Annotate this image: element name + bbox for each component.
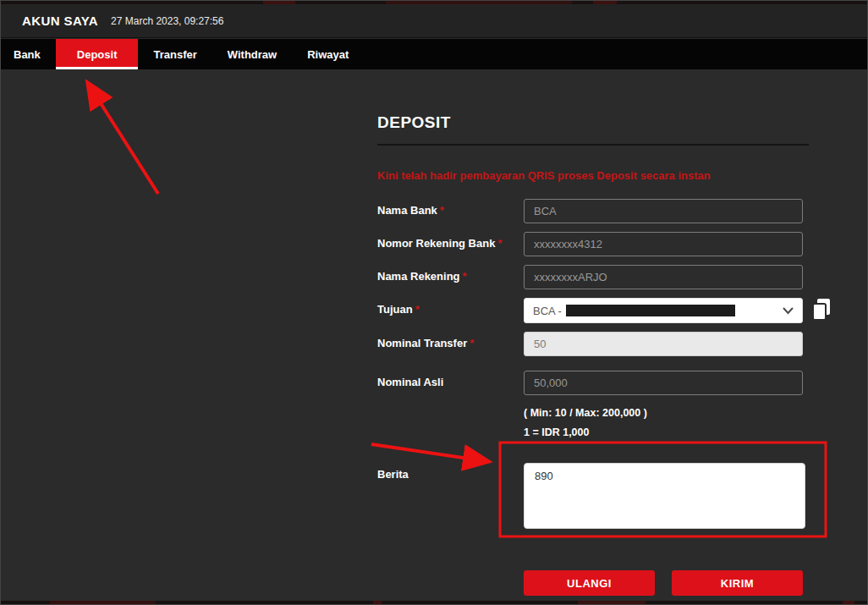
nomor-rekening-input[interactable] [524,232,803,256]
tab-deposit[interactable]: Deposit [56,39,139,69]
nama-bank-label: Nama Bank* [377,199,524,223]
nama-rekening-row: Nama Rekening* [377,265,827,289]
nominal-asli-input[interactable] [524,371,803,395]
redacted-account-bar [566,305,735,316]
app-title: AKUN SAYA [22,14,98,28]
berita-label: Berita [377,463,524,532]
copy-icon[interactable] [811,298,832,322]
nominal-asli-row: Nominal Asli [377,371,827,395]
page-title: DEPOSIT [377,113,809,146]
berita-textarea[interactable]: 890 [524,463,805,529]
nama-rekening-input[interactable] [524,265,803,289]
required-asterisk: * [463,270,467,283]
nomor-rekening-row: Nomor Rekening Bank* [377,232,827,256]
tujuan-row: Tujuan* BCA - [377,298,827,323]
kirim-button[interactable]: KIRIM [672,570,803,596]
required-asterisk: * [470,337,474,349]
tujuan-select[interactable]: BCA - [524,298,803,323]
deposit-page: AKUN SAYA 27 March 2023, 09:27:56 Bank D… [0,0,868,605]
ulangi-button[interactable]: ULANGI [524,570,655,596]
deposit-form: DEPOSIT Kini telah hadir pembayaran QRIS… [377,113,827,596]
qris-notice: Kini telah hadir pembayaran QRIS proses … [377,169,827,182]
tujuan-label: Tujuan* [377,298,524,323]
tab-bank[interactable]: Bank [1,39,56,69]
tab-transfer[interactable]: Transfer [138,39,212,69]
header-bar: AKUN SAYA 27 March 2023, 09:27:56 [1,4,867,38]
tab-riwayat[interactable]: Riwayat [292,39,364,69]
screenshot-edge-artifact-bottom [1,601,867,604]
tab-withdraw[interactable]: Withdraw [212,39,292,69]
current-datetime: 27 March 2023, 09:27:56 [111,15,223,27]
nominal-asli-label: Nominal Asli [377,371,524,395]
nominal-transfer-row: Nominal Transfer* [377,332,827,356]
required-asterisk: * [415,303,420,316]
berita-row: Berita 890 [377,463,827,532]
main-nav: Bank Deposit Transfer Withdraw Riwayat [1,39,867,69]
nominal-transfer-label: Nominal Transfer* [377,332,524,356]
tujuan-selected-value: BCA - [533,305,562,317]
nama-rekening-label: Nama Rekening* [377,265,524,289]
form-actions: ULANGI KIRIM [524,570,803,596]
nominal-transfer-input[interactable] [524,332,803,356]
min-max-hint: ( Min: 10 / Max: 200,000 ) [524,407,827,419]
chevron-down-icon [783,303,794,318]
annotation-arrow-deposit-tab [89,85,158,194]
required-asterisk: * [497,237,502,250]
limits-hints: ( Min: 10 / Max: 200,000 ) 1 = IDR 1,000 [524,407,827,438]
nama-bank-input[interactable] [524,199,803,223]
required-asterisk: * [440,204,444,217]
nama-bank-row: Nama Bank* [377,199,827,223]
nomor-rekening-label: Nomor Rekening Bank* [377,232,524,256]
rate-hint: 1 = IDR 1,000 [524,426,827,438]
